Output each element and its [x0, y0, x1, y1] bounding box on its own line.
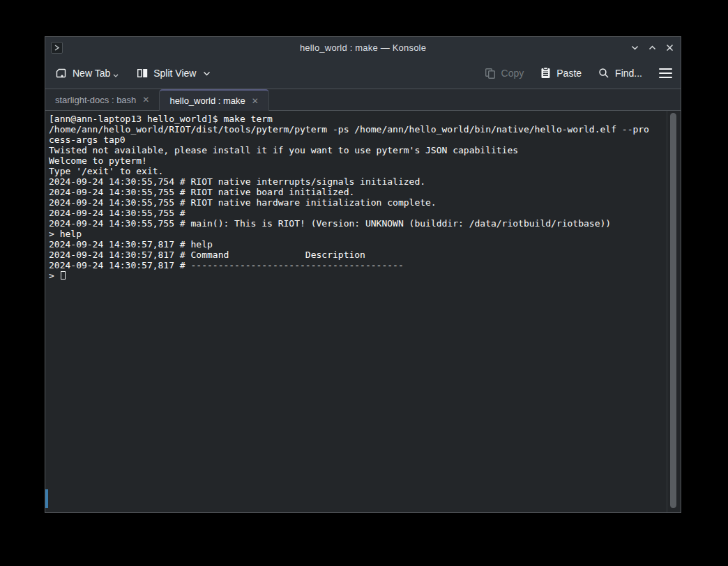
scrollbar-thumb[interactable]	[670, 113, 676, 508]
terminal-line: 2024-09-24 14:30:55,754 # RIOT native in…	[49, 176, 662, 187]
tab-label: hello_world : make	[169, 95, 245, 106]
close-button[interactable]	[664, 42, 675, 53]
terminal-line: Type '/exit' to exit.	[49, 166, 662, 176]
copy-button[interactable]: Copy	[485, 68, 524, 79]
search-icon	[598, 68, 609, 79]
terminal-line: Twisted not available, please install it…	[49, 145, 662, 155]
terminal-line: 2024-09-24 14:30:57,817 # --------------…	[49, 260, 662, 270]
tab-label: starlight-docs : bash	[55, 95, 136, 105]
window-controls	[629, 37, 675, 58]
terminal-line: cess-args tap0	[49, 135, 662, 145]
new-tab-label: New Tab	[73, 68, 110, 79]
focus-indicator-bar	[45, 489, 48, 508]
tab-close-icon[interactable]: ✕	[252, 97, 259, 105]
paste-button[interactable]: Paste	[540, 67, 582, 79]
terminal-cursor	[61, 271, 66, 280]
terminal-line: 2024-09-24 14:30:55,755 # main(): This i…	[49, 218, 662, 229]
window-title: hello_world : make — Konsole	[45, 43, 681, 53]
terminal-output: [ann@ann-laptop13 hello_world]$ make ter…	[49, 114, 662, 270]
tab-new-icon	[55, 68, 67, 79]
terminal-line: Welcome to pyterm!	[49, 155, 662, 166]
scrollbar-separator	[667, 111, 667, 512]
terminal-line: 2024-09-24 14:30:57,817 # Command Descri…	[49, 250, 662, 260]
terminal-prompt-line: >	[49, 270, 662, 281]
hamburger-menu-button[interactable]	[659, 67, 672, 79]
split-view-dropdown-caret-icon	[203, 71, 211, 76]
copy-icon	[485, 68, 496, 79]
terminal-line: /home/ann/hello_world/RIOT/dist/tools/py…	[49, 124, 662, 135]
terminal-line: 2024-09-24 14:30:55,755 # RIOT native bo…	[49, 187, 662, 197]
terminal-line: 2024-09-24 14:30:55,755 # RIOT native ha…	[49, 197, 662, 208]
terminal-line: [ann@ann-laptop13 hello_world]$ make ter…	[49, 114, 662, 124]
split-view-label: Split View	[153, 68, 196, 79]
terminal-view[interactable]: [ann@ann-laptop13 hello_world]$ make ter…	[45, 111, 681, 512]
tab-hello-world[interactable]: hello_world : make ✕	[159, 89, 268, 111]
terminal-line: 2024-09-24 14:30:57,817 # help	[49, 239, 662, 250]
paste-label: Paste	[556, 68, 582, 79]
split-view-button[interactable]: Split View	[137, 68, 211, 79]
terminal-line: > help	[49, 229, 662, 239]
new-tab-dropdown-caret-icon	[113, 74, 119, 77]
tab-close-icon[interactable]: ✕	[142, 95, 149, 104]
find-button[interactable]: Find...	[598, 68, 642, 79]
maximize-button[interactable]	[646, 42, 658, 53]
tab-starlight-docs[interactable]: starlight-docs : bash ✕	[45, 89, 159, 110]
new-tab-button[interactable]: New Tab	[55, 68, 119, 79]
titlebar[interactable]: hello_world : make — Konsole	[45, 37, 681, 58]
toolbar: New Tab Split View	[45, 58, 681, 89]
terminal-line: 2024-09-24 14:30:55,755 #	[49, 208, 662, 218]
paste-icon	[540, 67, 551, 79]
toolbar-right-group: Copy Paste	[485, 67, 672, 79]
split-view-icon	[137, 68, 148, 79]
copy-label: Copy	[501, 68, 524, 79]
minimize-button[interactable]	[629, 42, 640, 53]
find-label: Find...	[615, 68, 642, 79]
konsole-window: hello_world : make — Konsole New Tab	[45, 36, 681, 513]
tabbar: starlight-docs : bash ✕ hello_world : ma…	[45, 89, 681, 111]
